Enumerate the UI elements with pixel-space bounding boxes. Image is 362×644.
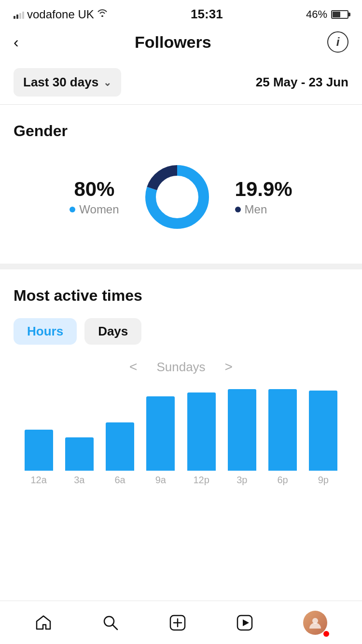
profile-avatar	[303, 611, 327, 635]
next-day-button[interactable]: >	[225, 359, 233, 375]
status-right: 46%	[306, 8, 348, 21]
women-dot-icon	[70, 207, 75, 212]
nav-add[interactable]	[169, 614, 186, 631]
active-times-section: Most active times Hours Days < Sundays >…	[0, 269, 362, 495]
men-name: Men	[235, 203, 292, 216]
wifi-icon	[97, 9, 108, 19]
women-label: 80% Women	[70, 178, 119, 216]
gender-chart: 80% Women 19.9%	[14, 154, 348, 250]
bar-label: 6p	[278, 475, 288, 486]
bar	[106, 422, 134, 471]
bar	[268, 389, 297, 471]
bar-col: 6p	[263, 389, 303, 486]
reels-icon	[236, 614, 253, 631]
bar-col: 3a	[59, 389, 99, 486]
bar-col: 3p	[222, 389, 262, 486]
gender-section: Gender 80% Women	[0, 105, 362, 264]
day-label: Sundays	[156, 360, 205, 375]
bar-label: 3p	[237, 475, 247, 486]
add-icon	[169, 614, 186, 631]
header: ‹ Followers i	[0, 27, 362, 60]
tab-hours[interactable]: Hours	[14, 318, 77, 345]
bar-col: 6a	[100, 389, 140, 486]
page-title: Followers	[135, 33, 211, 52]
gender-donut-chart	[139, 158, 216, 236]
gender-title: Gender	[14, 122, 348, 140]
nav-profile[interactable]	[303, 611, 327, 635]
signal-bars-icon	[14, 10, 24, 19]
search-icon	[102, 614, 119, 631]
chevron-down-icon: ⌄	[103, 77, 111, 88]
bar-label: 12a	[30, 475, 46, 486]
filter-bar: Last 30 days ⌄ 25 May - 23 Jun	[0, 60, 362, 105]
bar-label: 12p	[193, 475, 209, 486]
women-percent: 80%	[70, 178, 119, 201]
bar-chart: 12a3a6a9a12p3p6p9p	[14, 389, 348, 486]
bar-col: 9p	[303, 389, 344, 486]
bar	[309, 391, 337, 471]
info-button[interactable]: i	[327, 31, 348, 53]
battery-percent: 46%	[306, 8, 327, 21]
bar-label: 3a	[74, 475, 84, 486]
nav-search[interactable]	[102, 614, 119, 631]
day-nav: < Sundays >	[14, 359, 348, 375]
bar-label: 6a	[115, 475, 125, 486]
men-label: 19.9% Men	[235, 178, 292, 216]
svg-marker-8	[243, 619, 249, 626]
carrier-name: vodafone UK	[27, 8, 94, 21]
nav-reels[interactable]	[236, 614, 253, 631]
active-times-title: Most active times	[14, 287, 348, 305]
bar-label: 9p	[318, 475, 329, 486]
bar-label: 9a	[155, 475, 166, 486]
women-name: Women	[70, 203, 119, 216]
back-button[interactable]: ‹	[14, 34, 19, 50]
bar-col: 12p	[181, 389, 222, 486]
tab-days[interactable]: Days	[84, 318, 141, 345]
bar	[146, 396, 175, 471]
bar-chart-inner: 12a3a6a9a12p3p6p9p	[18, 389, 344, 486]
section-divider	[0, 264, 362, 269]
bar	[187, 392, 216, 471]
bar	[65, 437, 94, 471]
status-time: 15:31	[191, 7, 223, 22]
men-percent: 19.9%	[235, 178, 292, 201]
date-filter-button[interactable]: Last 30 days ⌄	[14, 68, 121, 97]
tab-row: Hours Days	[14, 318, 348, 345]
prev-day-button[interactable]: <	[129, 359, 137, 375]
status-bar: vodafone UK 15:31 46%	[0, 0, 362, 27]
status-left: vodafone UK	[14, 8, 108, 21]
battery-icon	[331, 10, 348, 19]
date-range-label: 25 May - 23 Jun	[256, 75, 348, 90]
svg-line-3	[112, 625, 117, 630]
bar-col: 12a	[18, 389, 59, 486]
bar	[25, 430, 53, 471]
bar-col: 9a	[140, 389, 181, 486]
nav-home[interactable]	[35, 614, 52, 631]
bar	[228, 389, 256, 471]
home-icon	[35, 614, 52, 631]
men-dot-icon	[235, 207, 241, 212]
notification-dot	[323, 631, 329, 637]
bottom-nav	[0, 601, 362, 644]
date-filter-label: Last 30 days	[23, 75, 98, 90]
